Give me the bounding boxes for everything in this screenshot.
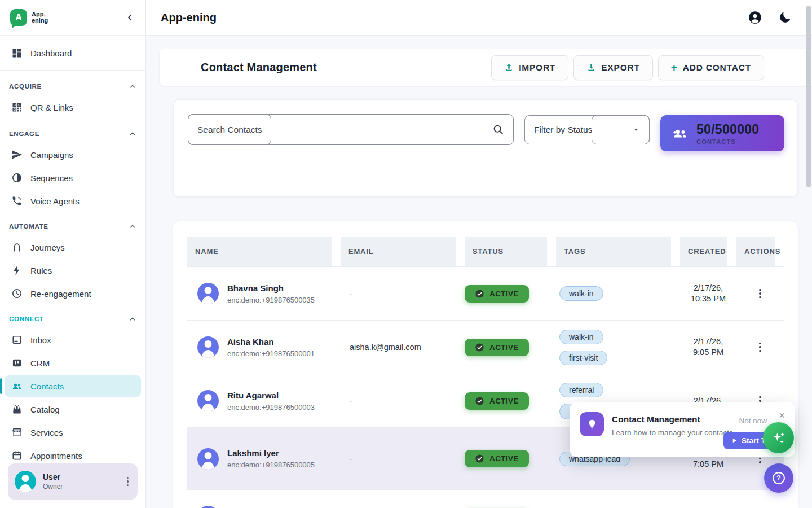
sidebar-item-qr-links[interactable]: QR & Links (5, 97, 141, 118)
table-row[interactable]: Bhavna Singh enc:demo:+919876500035 - AC… (187, 266, 784, 320)
contact-email: - (341, 396, 465, 405)
scrollbar-thumb[interactable] (806, 6, 811, 187)
app-logo-icon: A (10, 9, 27, 26)
sidebar-item-sequences[interactable]: Sequences (5, 167, 141, 189)
sidebar-collapse-button[interactable] (125, 12, 135, 23)
not-now-button[interactable]: Not now (739, 417, 767, 425)
ai-assistant-fab[interactable] (763, 422, 794, 453)
column-header-created[interactable]: CREATED (680, 237, 736, 266)
popup-title: Contact Management (612, 414, 700, 424)
people-icon (672, 125, 689, 142)
search-field[interactable] (188, 114, 514, 145)
import-button[interactable]: IMPORT (491, 55, 568, 80)
sidebar-item-label: Sequences (30, 173, 73, 183)
search-input[interactable] (197, 125, 492, 135)
column-header-status[interactable]: STATUS (465, 237, 556, 266)
clock-icon (11, 288, 23, 299)
column-header-actions: ACTIONS (736, 237, 784, 266)
sidebar-section-acquire[interactable]: ACQUIRE (0, 80, 145, 93)
sidebar-item-journeys[interactable]: Journeys (5, 237, 141, 258)
column-header-tags[interactable]: TAGS (556, 237, 680, 266)
send-icon (11, 149, 23, 160)
row-actions-button[interactable] (757, 340, 764, 354)
sidebar-item-crm[interactable]: CRM (5, 352, 141, 374)
created-date: 2/17/26, (680, 283, 736, 294)
calendar-icon (11, 450, 23, 461)
contact-toolbar: Contact Management IMPORT EXPORT + ADD C… (160, 49, 812, 86)
add-contact-button[interactable]: + ADD CONTACT (658, 55, 764, 80)
chevron-up-icon (129, 130, 136, 138)
sidebar-item-label: Re-engagement (30, 289, 91, 299)
sidebar-item-campaigns[interactable]: Campaigns (5, 144, 141, 165)
chevron-up-icon (129, 315, 136, 323)
popup-close-button[interactable]: × (776, 408, 787, 424)
contact-name: Bhavna Singh (227, 283, 315, 293)
created-time: 9:05 PM (680, 347, 736, 358)
status-filter-select[interactable]: Filter by Status (524, 115, 650, 144)
status-badge: ACTIVE (465, 392, 529, 410)
section-title: CONNECT (9, 316, 44, 322)
app-logo[interactable]: A App- ening (10, 9, 48, 26)
search-icon[interactable] (492, 124, 504, 135)
column-header-name[interactable]: NAME (187, 237, 341, 266)
created-cell: 2/17/26, 10:35 PM (680, 283, 736, 304)
export-button[interactable]: EXPORT (573, 55, 653, 80)
sidebar-item-catalog[interactable]: Catalog (5, 398, 141, 420)
sidebar-item-label: CRM (30, 358, 50, 368)
contact-name: Lakshmi Iyer (227, 448, 315, 458)
sidebar-section-automate[interactable]: AUTOMATE (0, 220, 145, 233)
sidebar-logo-row: A App- ening (0, 0, 145, 36)
row-actions-button[interactable] (757, 287, 764, 301)
column-header-email[interactable]: EMAIL (341, 237, 465, 266)
lightning-icon (11, 265, 23, 276)
contacts-count-badge[interactable]: 50/500000 CONTACTS (660, 115, 784, 151)
sidebar-item-label: Contacts (30, 382, 64, 391)
sidebar-item-voice-agents[interactable]: Voice Agents (5, 190, 141, 212)
sidebar-section-engage[interactable]: ENGAGE (0, 127, 145, 141)
section-title: AUTOMATE (9, 223, 48, 230)
half-circle-icon (11, 172, 23, 183)
contact-name: Ritu Agarwal (227, 391, 315, 400)
row-avatar (197, 390, 219, 411)
user-menu-button[interactable] (125, 475, 131, 489)
sidebar-item-label: Appointments (30, 451, 82, 461)
popup-body: Learn how to manage your contacts (612, 428, 733, 438)
filters-card: Filter by Status 50/500000 CONTACTS (173, 99, 798, 197)
lightbulb-icon (586, 418, 598, 431)
sidebar-divider (0, 70, 145, 71)
sidebar-item-inbox[interactable]: Inbox (5, 329, 141, 351)
sidebar-item-contacts[interactable]: Contacts (5, 375, 141, 397)
sidebar-item-rules[interactable]: Rules (5, 260, 141, 281)
sidebar-item-label: Services (30, 428, 63, 437)
table-row[interactable]: Aisha Khan enc:demo:+919876500001 aisha.… (187, 320, 784, 374)
lightbulb-badge (580, 412, 604, 436)
sidebar-item-label: Catalog (30, 405, 60, 414)
account-icon (748, 10, 762, 25)
contacts-count: 50/500000 (696, 122, 759, 137)
status-badge: ACTIVE (465, 450, 529, 467)
route-icon (11, 242, 23, 253)
close-icon: × (779, 410, 785, 421)
moon-icon (778, 11, 792, 24)
table-row[interactable]: Jyoti Rawat ACTIVE campaign-lead 2/17/26… (187, 489, 784, 508)
help-fab[interactable]: ? (764, 463, 793, 493)
inbox-icon (11, 334, 23, 345)
tag-chip: walk-in (559, 286, 603, 301)
sidebar-item-services[interactable]: Services (5, 422, 141, 443)
dashboard-icon (11, 47, 23, 59)
sparkles-icon (770, 430, 787, 446)
kanban-icon (11, 357, 23, 369)
svg-text:?: ? (776, 474, 781, 482)
contact-email: - (341, 454, 465, 463)
check-icon (475, 343, 484, 352)
user-card[interactable]: User Owner (8, 463, 138, 500)
table-header-row: NAME EMAIL STATUS TAGS CREATED ACTIONS (187, 237, 784, 266)
sidebar-section-connect[interactable]: CONNECT (0, 312, 145, 326)
created-time: 7:05 PM (680, 459, 736, 470)
tag-chip: walk-in (559, 330, 603, 344)
sidebar-item-dashboard[interactable]: Dashboard (5, 42, 141, 64)
account-button[interactable] (748, 10, 762, 25)
sidebar-item-re-engagement[interactable]: Re-engagement (5, 283, 141, 304)
theme-toggle-button[interactable] (778, 11, 792, 24)
section-title: ACQUIRE (9, 83, 42, 90)
